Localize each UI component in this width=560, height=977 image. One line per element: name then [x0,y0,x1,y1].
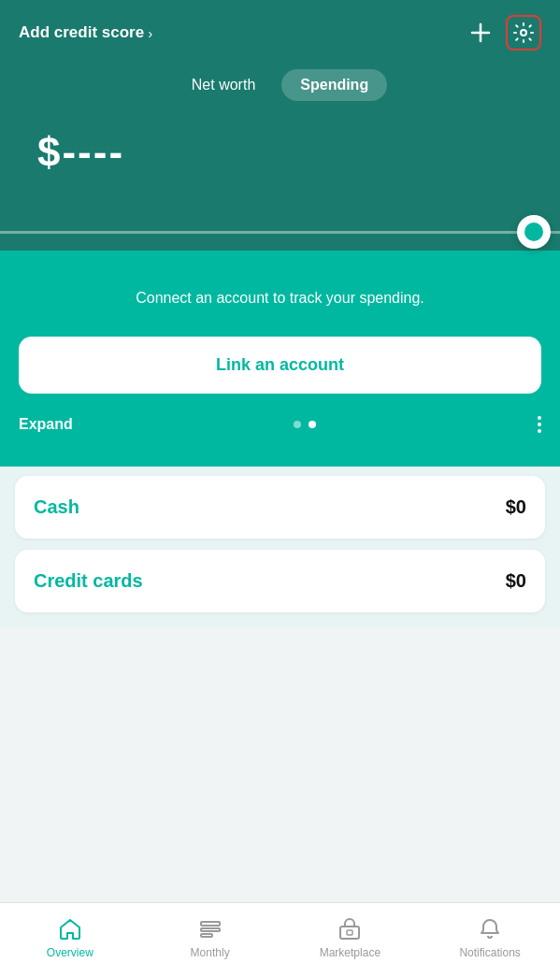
nav-marketplace-label: Marketplace [320,946,381,959]
top-icons [467,15,541,50]
chevron-icon: › [148,25,152,41]
connect-text: Connect an account to track your spendin… [19,288,541,309]
nav-notifications[interactable]: Notifications [420,916,560,959]
svg-rect-4 [201,928,220,931]
cash-value: $0 [506,496,526,518]
slider-handle[interactable] [517,215,551,249]
cash-label: Cash [34,496,79,518]
slider-track-container [0,213,560,251]
dot-2 [309,421,316,428]
nav-overview-label: Overview [47,946,93,959]
expand-label[interactable]: Expand [19,416,73,433]
top-bar: Add credit score › [19,15,541,50]
main-content: Connect an account to track your spendin… [0,251,560,467]
amount-display: $---- [19,129,541,213]
dot-1 [294,421,301,428]
cash-card[interactable]: Cash $0 [15,476,545,539]
svg-rect-3 [201,922,220,926]
marketplace-icon [337,916,363,942]
header-section: Add credit score › Net worth Spending $ [0,0,560,213]
tab-net-worth[interactable]: Net worth [173,69,274,101]
home-icon [57,916,83,942]
pagination-dots [294,421,316,428]
slider-dot-inner [524,223,543,241]
credit-cards-label: Credit cards [34,570,143,592]
nav-notifications-label: Notifications [459,946,520,959]
nav-overview[interactable]: Overview [0,916,140,959]
tabs: Net worth Spending [19,69,541,101]
tab-spending[interactable]: Spending [281,69,387,101]
svg-rect-5 [201,934,212,937]
link-account-button[interactable]: Link an account [19,337,541,394]
slider-track [0,231,560,234]
bottom-nav: Overview Monthly Marketplace [0,902,560,977]
svg-rect-7 [347,930,352,935]
add-credit-score[interactable]: Add credit score › [19,23,152,42]
nav-marketplace[interactable]: Marketplace [280,916,421,959]
settings-button[interactable] [506,15,541,50]
add-credit-score-text: Add credit score [19,23,144,42]
bell-icon [477,916,503,942]
slider-section [0,213,560,251]
svg-point-2 [521,30,526,36]
nav-monthly[interactable]: Monthly [140,916,280,959]
expand-row: Expand [19,416,541,433]
svg-rect-6 [340,927,359,939]
more-options-button[interactable] [538,416,541,433]
credit-cards-value: $0 [506,570,526,592]
add-button[interactable] [467,19,495,47]
cards-section: Cash $0 Credit cards $0 [0,467,560,627]
amount-value: $---- [37,129,124,175]
monthly-icon [197,916,223,942]
nav-monthly-label: Monthly [191,946,230,959]
credit-cards-card[interactable]: Credit cards $0 [15,550,545,612]
